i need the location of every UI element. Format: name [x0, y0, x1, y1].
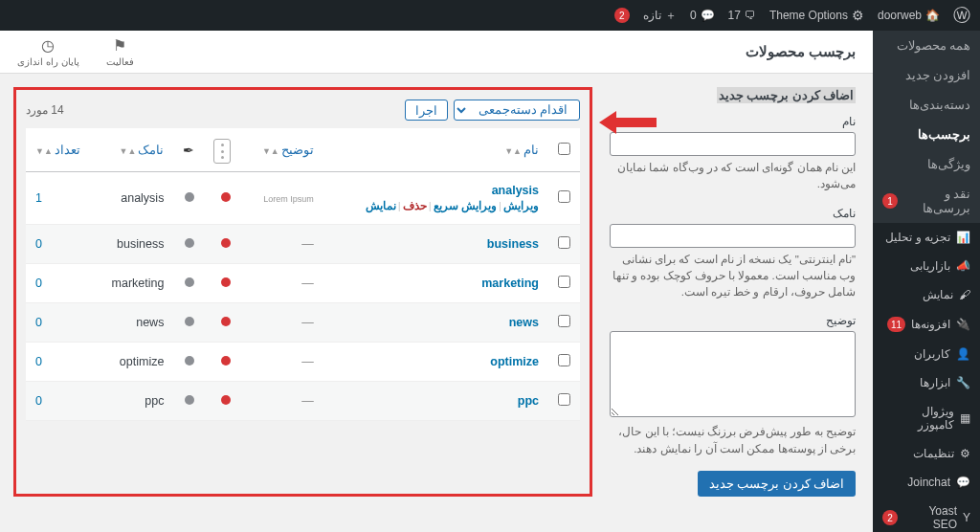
readability-dot [173, 225, 204, 264]
sidebar-item-users[interactable]: 👤 کاربران [873, 340, 980, 368]
tag-desc: — [240, 225, 323, 264]
tag-count[interactable]: 0 [26, 264, 90, 303]
flag-icon: ⚑ [113, 36, 126, 55]
tag-name-link[interactable]: marketing [481, 277, 539, 290]
row-view[interactable]: نمایش [366, 200, 396, 211]
sidebar-item-tools[interactable]: 🔧 ابزارها [873, 368, 980, 397]
readability-dot [173, 264, 204, 303]
sidebar-item-add-new[interactable]: افزودن جدید [873, 60, 980, 90]
tag-desc: — [240, 382, 323, 421]
col-desc[interactable]: توضیح▲▼ [240, 128, 323, 172]
col-count[interactable]: تعداد▲▼ [26, 128, 90, 172]
row-checkbox[interactable] [558, 393, 570, 406]
tab-activity[interactable]: ⚑فعالیت [106, 36, 134, 67]
sidebar-item-appearance[interactable]: 🖌 نمایش [873, 280, 980, 309]
desc-input[interactable] [610, 331, 856, 417]
slug-input[interactable] [610, 224, 856, 248]
content-area: برچسب محصولات ⚑فعالیت ◷پایان راه اندازی … [0, 31, 873, 532]
seo-dot [204, 382, 240, 421]
select-all-checkbox[interactable] [558, 143, 570, 155]
tag-slug: business [90, 225, 174, 264]
tag-desc: — [240, 343, 323, 382]
name-help: این نام همان گونه‌ای است که در وب‌گاه شم… [610, 160, 856, 193]
seo-dot [204, 343, 240, 382]
row-checkbox[interactable] [558, 276, 570, 288]
tag-name-link[interactable]: ppc [518, 394, 539, 408]
admin-sidebar: همه محصولات افزودن جدید دسته‌بندی‌ها برچ… [873, 31, 980, 532]
row-delete[interactable]: حذف [403, 200, 427, 211]
seo-dot [204, 172, 240, 225]
row-actions: ویرایش|ویرایش سریع|حذف|نمایش [333, 199, 539, 212]
tag-count[interactable]: 0 [26, 303, 90, 343]
seo-dot [204, 264, 240, 303]
sidebar-item-categories[interactable]: دسته‌بندی‌ها [873, 90, 980, 120]
sidebar-item-tags[interactable]: برچسب‌ها [873, 120, 980, 149]
table-row: business—business0 [26, 225, 580, 264]
sidebar-item-all-products[interactable]: همه محصولات [873, 31, 980, 60]
apply-button[interactable]: اجرا [405, 100, 448, 121]
tag-count[interactable]: 0 [26, 225, 90, 264]
annotation-arrow-icon [599, 111, 657, 134]
admin-bar: ⓦ 🏠 doorweb ⚙ Theme Options 🗨 17 💬 0 ＋ ت… [0, 0, 980, 31]
seo-dot [204, 225, 240, 264]
col-rankmath [204, 128, 240, 172]
tag-count[interactable]: 0 [26, 382, 90, 421]
col-name[interactable]: نام▲▼ [323, 128, 548, 172]
table-row: news—news0 [26, 303, 580, 343]
comments-bubble[interactable]: 💬 0 [690, 9, 715, 22]
tag-slug: analysis [90, 172, 174, 225]
items-count: 14 مورد [26, 103, 64, 117]
row-checkbox[interactable] [558, 236, 570, 249]
row-quick-edit[interactable]: ویرایش سریع [434, 200, 497, 211]
tag-count[interactable]: 0 [26, 343, 90, 382]
tag-slug: news [90, 303, 174, 343]
feather-icon: ✒ [183, 143, 194, 158]
add-new[interactable]: ＋ تازه [643, 8, 677, 24]
slug-help: "نام اینترنتی" یک نسخه از نام است که برا… [610, 252, 856, 301]
tag-name-link[interactable]: business [487, 237, 539, 251]
add-tag-button[interactable]: اضاف کردن برچسب جدید [698, 471, 856, 497]
sidebar-item-yoast[interactable]: Y Yoast SEO2 [873, 497, 980, 532]
tag-name-link[interactable]: news [509, 316, 539, 329]
row-checkbox[interactable] [558, 354, 570, 366]
tag-desc: — [240, 264, 323, 303]
tag-name-link[interactable]: optimize [490, 355, 539, 368]
tags-table: نام▲▼ توضیح▲▼ ✒ نامک▲▼ تعداد▲▼ analysisو… [26, 128, 580, 421]
tag-slug: marketing [90, 264, 174, 303]
table-row: ppc—ppc0 [26, 382, 580, 421]
update-badge[interactable]: 2 [614, 8, 630, 23]
col-slug[interactable]: نامک▲▼ [90, 128, 174, 172]
clock-icon: ◷ [41, 36, 55, 55]
name-input[interactable] [610, 132, 856, 156]
desc-help: توضیح به طور پیش‌فرض برزنگ نیست؛ با این … [610, 424, 856, 457]
readability-dot [173, 343, 204, 382]
row-checkbox[interactable] [558, 190, 570, 203]
wp-logo-icon[interactable]: ⓦ [953, 4, 970, 27]
sidebar-item-analytics[interactable]: 📊 تجزیه و تحلیل [873, 223, 980, 252]
readability-dot [173, 172, 204, 225]
sidebar-item-marketing[interactable]: 📣 بازاریابی [873, 252, 980, 280]
table-row: analysisویرایش|ویرایش سریع|حذف|نمایشLore… [26, 172, 580, 225]
tag-slug: ppc [90, 382, 174, 421]
theme-options[interactable]: ⚙ Theme Options [769, 8, 864, 23]
sidebar-item-vc[interactable]: ▦ ویژوال کامپوزر [873, 397, 980, 439]
sidebar-item-joinchat[interactable]: 💬 Joinchat [873, 468, 980, 497]
sidebar-item-reviews[interactable]: نقد و بررسی‌ها1 [873, 179, 980, 223]
row-checkbox[interactable] [558, 315, 570, 327]
tag-count[interactable]: 1 [26, 172, 90, 225]
page-header: برچسب محصولات ⚑فعالیت ◷پایان راه اندازی [0, 31, 873, 74]
sidebar-item-attributes[interactable]: ویژگی‌ها [873, 149, 980, 179]
seo-dot [204, 303, 240, 343]
tag-name-link[interactable]: analysis [492, 184, 539, 197]
site-home[interactable]: 🏠 doorweb [878, 9, 940, 22]
sidebar-item-plugins[interactable]: 🔌 افزونه‌ها11 [873, 309, 980, 340]
tag-desc: Lorem Ipsum [240, 172, 323, 225]
tab-finish-setup[interactable]: ◷پایان راه اندازی [17, 36, 79, 67]
readability-dot [173, 382, 204, 421]
row-edit[interactable]: ویرایش [503, 200, 539, 211]
comments-count[interactable]: 🗨 17 [728, 9, 756, 22]
add-tag-form: اضاف کردن برچسب جدید نام این نام همان گو… [610, 87, 873, 497]
gear-icon: ⚙ [852, 8, 864, 23]
sidebar-item-settings[interactable]: ⚙ تنظیمات [873, 439, 980, 468]
bulk-action-select[interactable]: اقدام دسته‌جمعی [454, 100, 580, 121]
